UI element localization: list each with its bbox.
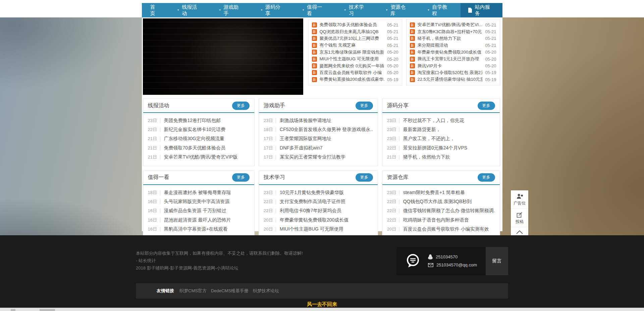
item-link[interactable]: 头号玩家韩版完美中字高清资源: [164, 199, 250, 205]
news-link[interactable]: 百度云盘会员账号获取软件 小编: [320, 70, 385, 76]
friend-link-dedecms-forum[interactable]: 织梦技术论坛: [253, 288, 279, 294]
news-date: 05-21: [387, 43, 398, 48]
top-row: 新免费领取70多天优酷体验会员05-21新QQ浏览器归去来高几率抽1QB05-2…: [143, 18, 500, 95]
item-link[interactable]: steam限时免费喜+1 简单粗暴: [403, 190, 495, 196]
item-link[interactable]: 利用电信卡0撸7年好莱坞会员: [280, 208, 373, 214]
news-link[interactable]: 腾讯王卡宽带1元1天已开放办理: [418, 56, 483, 62]
news-link[interactable]: 聚美优品7元拼10以上三网话费: [320, 36, 385, 42]
envelope-icon: [428, 263, 433, 267]
divider: [399, 218, 399, 223]
more-button[interactable]: 更多: [232, 173, 250, 182]
news-column-1: 新安卓芒果TV/优酷/腾讯/爱奇艺VI...05-21新京东0撸K3C路由器+拉…: [406, 19, 500, 85]
news-link[interactable]: 年费黄钻直接抽200成长值或豪华...: [320, 76, 385, 82]
news-item: 新安卓芒果TV/优酷/腾讯/爱奇艺VI...05-21: [410, 21, 496, 28]
news-link[interactable]: 京东1元撸绿珠保温杯 限壹钱包新: [320, 49, 385, 55]
friend-link-dedecms-wiki[interactable]: DedeCMS维基手册: [211, 288, 249, 294]
new-badge-icon: 新: [312, 36, 317, 41]
message-button[interactable]: 留言: [486, 247, 508, 275]
list-item: 22日新纪元金服实名绑卡10元话费: [148, 125, 250, 134]
news-date: 05-21: [387, 22, 398, 27]
divider: [160, 127, 160, 132]
item-link[interactable]: 刺激战场体验服申请地址: [280, 118, 373, 124]
item-link[interactable]: 昆池岩超清资源 最吓人的恐怖片: [164, 217, 250, 223]
item-link[interactable]: 百度云盘会员账号获取软件 小编实测有效: [403, 226, 495, 232]
item-link[interactable]: 王者荣耀国际版官网地址: [280, 136, 373, 142]
nav-item-5[interactable]: ▼技术学习: [335, 3, 377, 17]
news-link[interactable]: 年费豪华黄钻免费领取200成长值: [418, 49, 483, 55]
item-link[interactable]: 景安拉新拼团0元撸24个月VPS: [403, 145, 495, 151]
chevron-down-icon: ▼: [219, 9, 221, 11]
news-link[interactable]: 摄图网全民来砍价 0元购买一年插: [320, 63, 385, 69]
item-link[interactable]: 黑豹高清中字幕资源+在线观看: [164, 226, 250, 232]
news-item: 新有个钱包 无视芝麻05-21: [312, 42, 398, 49]
item-link[interactable]: 微信零钱转账限额了怎么办 微信转账限额调.: [403, 208, 495, 214]
footer-row: 本站部分内容收集于互联网，如果有侵权内容、不妥之处，请联系我们删除。敬请谅解! …: [136, 235, 508, 275]
nav-item-6[interactable]: ▼资源仓库: [377, 3, 419, 17]
item-link[interactable]: 不秒过就不下，入口，你先花: [403, 118, 495, 124]
news-link[interactable]: 腾讯VIP月卡: [418, 63, 483, 69]
news-link[interactable]: 淘宝搜索口令领取520红包 亲测2元: [418, 70, 483, 76]
nav-item-label: 资源仓库: [390, 4, 410, 17]
item-link[interactable]: 年费豪华黄钻免费领取200成长值: [280, 217, 373, 223]
item-link[interactable]: 某宝买的王者荣耀专业打法教学: [280, 154, 373, 160]
nav-item-3[interactable]: ▼源码分享: [252, 3, 293, 17]
more-button[interactable]: 更多: [232, 102, 250, 110]
item-link[interactable]: 暴走漫画遭封杀 被曝侮辱董存瑞: [164, 190, 250, 196]
more-button[interactable]: 更多: [478, 173, 495, 182]
submit-post-label: 投稿: [511, 219, 528, 225]
qq-line: 251034570: [428, 253, 477, 261]
more-button[interactable]: 更多: [356, 173, 373, 182]
news-link[interactable]: 有个钱包 无视芝麻: [320, 42, 385, 48]
news-link[interactable]: 安卓芒果TV/优酷/腾讯/爱奇艺VI...: [418, 22, 483, 28]
item-link[interactable]: 最新套路贷更新，: [403, 127, 495, 133]
email-address[interactable]: 251034570@qq.com: [436, 261, 477, 269]
item-link[interactable]: 免费领取70多天优酷体验会员: [164, 145, 250, 151]
news-item: 新京东0撸K3C路由器+拉杆箱+70元05-21: [410, 28, 496, 35]
qq-number[interactable]: 251034570: [436, 253, 458, 261]
news-link[interactable]: 来分期提额活动: [418, 42, 483, 48]
item-link[interactable]: 新纪元金服实名绑卡10元话费: [164, 127, 250, 133]
news-link[interactable]: 猪手机，依然给力下款: [418, 36, 483, 42]
item-link[interactable]: 10元开1月黄钻免费升级豪华版: [280, 190, 373, 196]
item-link[interactable]: 安卓芒果TV/优酷/腾讯/爱奇艺VIP版: [164, 154, 250, 160]
chevron-down-icon: ▼: [427, 9, 430, 11]
list-item: 16日头号玩家韩版完美中字高清资源: [148, 197, 250, 206]
news-item: 新百度云盘会员账号获取软件 小编05-20: [312, 69, 398, 76]
item-link[interactable]: 支付宝免费制作高清电子证件照: [280, 199, 373, 205]
nav-item-site-service[interactable]: 站内服务: [461, 3, 502, 17]
new-badge-icon: 新: [410, 77, 415, 82]
new-badge-icon: 新: [410, 29, 415, 34]
news-link[interactable]: 22.5元开通情侣豪华绿钻 抽10元京: [418, 76, 483, 82]
news-link[interactable]: 免费领取70多天优酷体验会员: [320, 22, 385, 28]
item-link[interactable]: CF520全新首发领永久做男神 登录游戏领永..: [280, 127, 373, 133]
item-link[interactable]: MIUI个性主题BUG 可无限使用: [280, 226, 373, 232]
item-link[interactable]: DNF多开虚拟机win7: [280, 145, 373, 151]
item-link[interactable]: 吃鸡萌妹子语音包内附多种语音: [403, 217, 495, 223]
item-link[interactable]: 猪手机，依然给力下款: [403, 154, 495, 160]
hero-image[interactable]: [143, 18, 303, 95]
more-button[interactable]: 更多: [356, 102, 373, 110]
item-link[interactable]: 美团免费撸12卷打印纸包邮: [164, 118, 250, 124]
divider: [276, 218, 276, 223]
nav-item-1[interactable]: ▼线报活动: [168, 3, 210, 17]
more-button[interactable]: 更多: [478, 102, 495, 110]
disclaimer-line-2[interactable]: - 站长统计: [136, 257, 303, 264]
ad-slot-button[interactable]: 广告位: [511, 190, 528, 209]
news-item: 新年费黄钻直接抽200成长值或豪华...05-19: [312, 76, 398, 83]
item-link[interactable]: 黑户发工资，不还的上，: [403, 136, 495, 142]
nav-item-2[interactable]: ▼游戏助手: [210, 3, 252, 17]
friend-link-dedecms-official[interactable]: 织梦CMS官方: [179, 288, 207, 294]
item-link[interactable]: 广东移动领30G定向视频流量: [164, 136, 250, 142]
nav-item-0[interactable]: 首页: [142, 3, 169, 17]
item-link[interactable]: QQ钱包Q币大作战 亲测3QB秒到: [403, 199, 495, 205]
list-item: 22日QQ钱包Q币大作战 亲测3QB秒到: [387, 197, 495, 206]
nav-item-4[interactable]: ▼值得一看: [293, 3, 335, 17]
news-link[interactable]: QQ浏览器归去来高几率抽1QB: [320, 29, 385, 35]
submit-post-button[interactable]: 投稿: [511, 209, 528, 227]
news-link[interactable]: 京东0撸K3C路由器+拉杆箱+70元: [418, 29, 483, 35]
news-link[interactable]: MIUI个性主题BUG 可无限使用: [320, 56, 385, 62]
section-header: 游戏助手更多: [259, 99, 378, 113]
nav-item-7[interactable]: ▼自学教程: [419, 3, 460, 17]
item-link[interactable]: 漫威作品合集资源 千万别错过: [164, 208, 250, 214]
list-item: 23日最新套路贷更新，: [387, 125, 495, 134]
